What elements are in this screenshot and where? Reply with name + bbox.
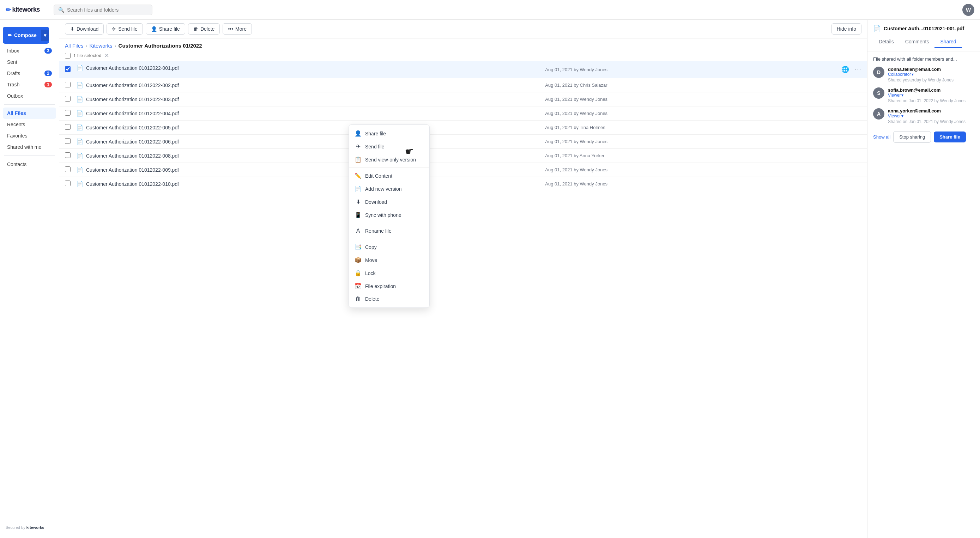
sidebar: ✏ Compose ▾ Inbox3 Sent Drafts2 <box>0 20 59 538</box>
selection-bar: 1 file selected ✕ <box>59 50 867 61</box>
sidebar-item-drafts[interactable]: Drafts2 <box>3 68 56 79</box>
row-checkbox[interactable] <box>65 124 70 130</box>
row-checkbox[interactable] <box>65 66 70 72</box>
context-menu-divider <box>349 223 430 223</box>
row-actions-cell: 🌐 ⋯ <box>837 61 867 78</box>
context-menu-item-edit-content[interactable]: ✏️Edit Content <box>349 169 430 182</box>
table-row[interactable]: 📄 Customer Authorization 01012022-002.pd… <box>59 78 867 92</box>
user-info: donna.teller@email.com Collaborator ▾ Sh… <box>888 67 953 83</box>
context-menu-item-file-expiration[interactable]: 📅File expiration <box>349 279 430 293</box>
user-email: anna.yorker@email.com <box>888 108 966 114</box>
compose-caret[interactable]: ▾ <box>41 30 49 41</box>
breadcrumb-all-files[interactable]: All Files <box>65 43 84 49</box>
search-input[interactable] <box>67 7 148 13</box>
select-all-checkbox[interactable] <box>65 53 70 59</box>
sidebar-item-outbox[interactable]: Outbox <box>3 90 56 102</box>
context-menu-item-share-file[interactable]: 👤Share file <box>349 127 430 140</box>
row-checkbox[interactable] <box>65 152 70 158</box>
file-name-cell: Customer Authorization 01012022-010.pdf <box>86 181 179 187</box>
compose-button[interactable]: ✏ Compose ▾ <box>3 27 49 44</box>
context-menu-label-share-file: Share file <box>365 131 386 136</box>
delete-icon: 🗑 <box>193 26 198 32</box>
context-menu-item-copy[interactable]: 📑Copy <box>349 240 430 254</box>
share-file-panel-button[interactable]: Share file <box>934 132 966 143</box>
row-checkbox[interactable] <box>65 96 70 102</box>
right-panel-file-title: 📄 Customer Auth...01012021-001.pdf <box>873 25 974 32</box>
table-row[interactable]: 📄 Customer Authorization 01012022-008.pd… <box>59 149 867 163</box>
context-menu-item-move[interactable]: 📦Move <box>349 254 430 267</box>
right-panel-header: 📄 Customer Auth...01012021-001.pdf Detai… <box>867 20 980 51</box>
user-role[interactable]: Viewer ▾ <box>888 114 966 119</box>
sidebar-item-all-files[interactable]: All Files <box>3 108 56 119</box>
context-menu-icon-download: ⬇ <box>355 198 361 205</box>
sidebar-item-recents[interactable]: Recents <box>3 119 56 130</box>
pdf-icon: 📄 <box>76 138 83 145</box>
row-actions-cell <box>837 92 867 106</box>
sidebar-item-favorites[interactable]: Favorites <box>3 130 56 141</box>
tab-details[interactable]: Details <box>873 36 900 48</box>
row-checkbox[interactable] <box>65 167 70 172</box>
context-menu-item-add-new-version[interactable]: 📄Add new version <box>349 182 430 195</box>
user-role[interactable]: Viewer ▾ <box>888 93 966 98</box>
table-row[interactable]: 📄 Customer Authorization 01012022-009.pd… <box>59 163 867 177</box>
context-menu-item-send-file[interactable]: ✈Send file <box>349 140 430 153</box>
share-file-button[interactable]: 👤 Share file <box>146 23 185 35</box>
show-all-button[interactable]: Show all <box>873 134 890 140</box>
user-shared-date: Shared on Jan 01, 2022 by Wendy Jones <box>888 98 966 103</box>
file-name-cell: Customer Authorization 01012022-001.pdf <box>86 65 179 71</box>
context-menu-label-add-new-version: Add new version <box>365 186 402 192</box>
table-row[interactable]: 📄 Customer Authorization 01012022-004.pd… <box>59 106 867 121</box>
row-more-button[interactable]: ⋯ <box>853 65 863 75</box>
row-checkbox[interactable] <box>65 110 70 116</box>
main-area: ✏ Compose ▾ Inbox3 Sent Drafts2 <box>0 20 980 538</box>
user-shared-date: Shared yesterday by Wendy Jones <box>888 78 953 83</box>
context-menu-item-download[interactable]: ⬇Download <box>349 195 430 208</box>
clear-selection-button[interactable]: ✕ <box>104 52 109 59</box>
file-list-area: 📄 Customer Authorization 01012022-001.pd… <box>59 61 867 538</box>
sidebar-item-sent[interactable]: Sent <box>3 56 56 68</box>
context-menu-icon-send-file: ✈ <box>355 143 361 150</box>
download-button[interactable]: ⬇ Download <box>65 23 104 35</box>
context-menu-label-copy: Copy <box>365 244 377 250</box>
context-menu-icon-delete: 🗑 <box>355 296 361 302</box>
more-button[interactable]: ••• More <box>223 23 252 35</box>
stop-sharing-button[interactable]: Stop sharing <box>893 131 931 143</box>
pdf-icon: 📄 <box>76 167 83 173</box>
context-menu-item-rename-file[interactable]: ARename file <box>349 225 430 237</box>
table-row[interactable]: 📄 Customer Authorization 01012022-001.pd… <box>59 61 867 78</box>
delete-button[interactable]: 🗑 Delete <box>188 23 220 35</box>
row-checkbox[interactable] <box>65 138 70 144</box>
user-role[interactable]: Collaborator ▾ <box>888 72 953 77</box>
search-box[interactable]: 🔍 <box>54 5 153 15</box>
context-menu-item-sync-phone[interactable]: 📱Sync with phone <box>349 208 430 221</box>
tab-shared[interactable]: Shared <box>934 36 962 48</box>
table-row[interactable]: 📄 Customer Authorization 01012022-010.pd… <box>59 177 867 191</box>
table-row[interactable]: 📄 Customer Authorization 01012022-006.pd… <box>59 135 867 149</box>
context-menu-item-delete[interactable]: 🗑Delete <box>349 293 430 305</box>
sidebar-item-trash[interactable]: Trash1 <box>3 79 56 90</box>
table-row[interactable]: 📄 Customer Authorization 01012022-005.pd… <box>59 121 867 135</box>
table-row[interactable]: 📄 Customer Authorization 01012022-003.pd… <box>59 92 867 106</box>
breadcrumb-kiteworks[interactable]: Kiteworks <box>90 43 113 49</box>
context-menu-item-lock[interactable]: 🔒Lock <box>349 267 430 279</box>
row-checkbox[interactable] <box>65 82 70 87</box>
pdf-icon: 📄 <box>76 152 83 159</box>
send-file-button[interactable]: ✈ Send file <box>107 23 143 35</box>
user-info: sofia.brown@email.com Viewer ▾ Shared on… <box>888 87 966 103</box>
sidebar-nav-files: All Files Recents Favorites Shared with … <box>0 108 59 153</box>
sidebar-item-inbox[interactable]: Inbox3 <box>3 45 56 56</box>
shared-user-item: S sofia.brown@email.com Viewer ▾ Shared … <box>873 87 974 103</box>
sidebar-item-shared-with-me[interactable]: Shared with me <box>3 141 56 153</box>
hide-info-button[interactable]: Hide info <box>832 23 861 35</box>
sidebar-nav-main: Inbox3 Sent Drafts2 Trash1 Outbox <box>0 45 59 102</box>
context-menu-label-rename-file: Rename file <box>365 228 391 234</box>
tab-comments[interactable]: Comments <box>900 36 935 48</box>
context-menu-icon-add-new-version: 📄 <box>355 186 361 192</box>
context-menu-label-send-file: Send file <box>365 144 384 149</box>
row-checkbox[interactable] <box>65 181 70 186</box>
context-menu-label-download: Download <box>365 199 387 205</box>
context-menu-item-send-view-only[interactable]: 📋Send view-only version <box>349 153 430 166</box>
sidebar-item-contacts[interactable]: Contacts <box>3 159 56 170</box>
context-menu-label-edit-content: Edit Content <box>365 173 392 179</box>
row-globe-button[interactable]: 🌐 <box>840 65 851 75</box>
